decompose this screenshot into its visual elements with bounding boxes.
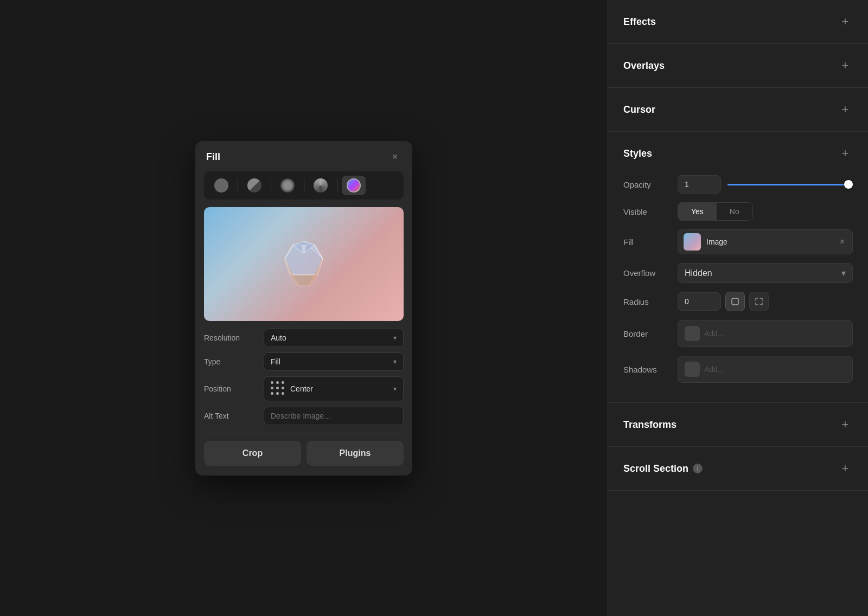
scroll-section-header: Scroll Section i + xyxy=(608,447,868,490)
corner-individual-icon xyxy=(755,297,763,306)
transforms-section: Transforms + xyxy=(608,403,868,447)
styles-add-button[interactable]: + xyxy=(838,146,853,161)
separator xyxy=(337,179,337,192)
alt-text-input[interactable] xyxy=(264,407,404,425)
effects-header: Effects + xyxy=(608,0,868,43)
chevron-down-icon: ▾ xyxy=(393,334,397,342)
fill-type-image[interactable] xyxy=(342,176,366,195)
plugins-button[interactable]: Plugins xyxy=(307,441,404,466)
scroll-section-title: Scroll Section xyxy=(623,463,688,474)
fill-remove-button[interactable]: × xyxy=(838,235,847,249)
opacity-label: Opacity xyxy=(623,180,678,189)
radial-icon xyxy=(280,178,295,193)
border-label: Border xyxy=(623,329,678,338)
transforms-title: Transforms xyxy=(623,419,676,431)
resolution-value: Auto xyxy=(271,333,389,342)
shadows-label: Shadows xyxy=(623,365,678,374)
resolution-label: Resolution xyxy=(204,333,264,342)
fill-dialog: Fill × xyxy=(195,141,412,476)
border-row: Border Add... xyxy=(623,320,853,347)
radius-row: Radius 0 xyxy=(623,292,853,311)
cursor-title: Cursor xyxy=(623,104,655,116)
fill-dialog-header: Fill × xyxy=(195,141,412,171)
fill-image-thumbnail xyxy=(684,233,701,251)
dialog-divider xyxy=(204,433,404,433)
corner-uniform-icon xyxy=(731,297,739,306)
transforms-add-button[interactable]: + xyxy=(838,417,853,432)
shadows-add-field[interactable]: Add... xyxy=(678,356,853,383)
fill-type-angular[interactable] xyxy=(309,176,333,195)
scroll-section-panel: Scroll Section i + xyxy=(608,447,868,491)
scroll-section-add-button[interactable]: + xyxy=(838,461,853,476)
scroll-section-title-group: Scroll Section i xyxy=(623,463,703,474)
styles-section: Styles + Opacity 1 Visible Yes No xyxy=(608,132,868,403)
effects-add-button[interactable]: + xyxy=(838,14,853,29)
close-button[interactable]: × xyxy=(388,151,401,164)
overflow-label: Overflow xyxy=(623,268,678,278)
alt-text-label: Alt Text xyxy=(204,412,264,420)
chevron-down-icon: ▾ xyxy=(393,358,397,365)
radius-corner-individual-button[interactable] xyxy=(749,292,769,311)
shadows-color-swatch[interactable] xyxy=(685,362,700,377)
slider-thumb xyxy=(844,180,853,189)
dialog-actions: Crop Plugins xyxy=(195,441,412,476)
type-label: Type xyxy=(204,357,264,366)
opacity-slider[interactable] xyxy=(727,184,853,185)
image-icon xyxy=(347,178,361,193)
fill-type-solid[interactable] xyxy=(209,176,233,195)
effects-section: Effects + xyxy=(608,0,868,44)
resolution-select[interactable]: Auto ▾ xyxy=(264,329,404,347)
overlays-title: Overlays xyxy=(623,60,665,72)
fill-type-selector xyxy=(204,171,404,200)
image-preview xyxy=(204,207,404,321)
svg-rect-7 xyxy=(732,298,738,305)
fill-type-label: Image xyxy=(706,238,838,246)
cursor-add-button[interactable]: + xyxy=(838,102,853,117)
border-color-swatch[interactable] xyxy=(685,326,700,341)
main-area: Fill × xyxy=(0,0,608,616)
info-icon[interactable]: i xyxy=(693,464,703,473)
type-select[interactable]: Fill ▾ xyxy=(264,352,404,371)
visible-toggle: Yes No xyxy=(678,202,753,221)
overlays-header: Overlays + xyxy=(608,44,868,87)
fill-row: Fill Image × xyxy=(623,229,853,254)
radius-controls: 0 xyxy=(678,292,769,311)
solid-icon xyxy=(214,178,228,193)
visible-no-button[interactable]: No xyxy=(717,203,752,220)
separator xyxy=(271,179,271,192)
angular-icon xyxy=(314,178,328,193)
shadows-add-label: Add... xyxy=(704,361,846,378)
opacity-slider-container xyxy=(727,184,853,185)
resolution-row: Resolution Auto ▾ xyxy=(204,329,404,347)
border-add-field[interactable]: Add... xyxy=(678,320,853,347)
alt-text-row: Alt Text xyxy=(204,407,404,425)
type-value: Fill xyxy=(271,357,389,366)
fill-dialog-title: Fill xyxy=(206,151,220,163)
opacity-row: Opacity 1 xyxy=(623,175,853,194)
type-row: Type Fill ▾ xyxy=(204,352,404,371)
visible-label: Visible xyxy=(623,207,678,216)
radius-input[interactable]: 0 xyxy=(678,292,721,311)
position-grid-icon xyxy=(271,381,286,396)
separator xyxy=(304,179,304,192)
chevron-down-icon: ▾ xyxy=(393,385,397,393)
overlays-section: Overlays + xyxy=(608,44,868,88)
radius-corner-uniform-button[interactable] xyxy=(725,292,745,311)
overlays-add-button[interactable]: + xyxy=(838,58,853,73)
separator xyxy=(238,179,238,192)
form-section: Resolution Auto ▾ Type Fill ▾ Position xyxy=(195,329,412,425)
visible-yes-button[interactable]: Yes xyxy=(678,203,717,220)
fill-type-radial[interactable] xyxy=(276,176,299,195)
overflow-select[interactable]: Hidden ▾ xyxy=(678,263,853,283)
fill-type-linear[interactable] xyxy=(242,176,266,195)
crop-button[interactable]: Crop xyxy=(204,441,301,466)
position-label: Position xyxy=(204,384,264,393)
fill-value-container[interactable]: Image × xyxy=(678,229,853,254)
position-select[interactable]: Center ▾ xyxy=(264,376,404,401)
chevron-down-icon: ▾ xyxy=(841,268,846,278)
styles-header: Styles + xyxy=(608,132,868,175)
cursor-header: Cursor + xyxy=(608,88,868,131)
radius-label: Radius xyxy=(623,297,678,306)
opacity-input[interactable]: 1 xyxy=(678,175,721,194)
transforms-header: Transforms + xyxy=(608,403,868,446)
